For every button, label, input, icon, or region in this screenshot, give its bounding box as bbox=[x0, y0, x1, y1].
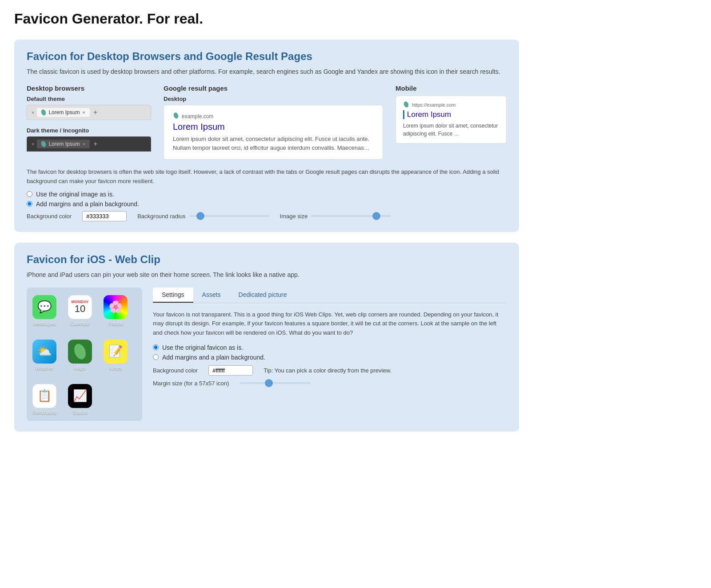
tab-add-button[interactable]: + bbox=[92, 108, 99, 116]
ios-margin-label: Margin size (for a 57x57 icon) bbox=[153, 380, 229, 387]
ios-bg-color-label: Background color bbox=[153, 367, 198, 374]
ios-app-favicon: Maps bbox=[62, 332, 98, 376]
ios-bg-color-input[interactable] bbox=[208, 365, 253, 376]
desktop-section: Favicon for Desktop Browsers and Google … bbox=[14, 40, 519, 232]
ios-app-photos: 🌸 Photos bbox=[98, 288, 133, 332]
calendar-icon: Monday 10 bbox=[68, 295, 92, 319]
ios-app-stocks: 📈 Stocks bbox=[62, 376, 98, 421]
ios-app-notes: 📝 Notes bbox=[98, 332, 133, 376]
ios-section-title: Favicon for iOS - Web Clip bbox=[27, 253, 507, 266]
ios-margin-slider[interactable] bbox=[240, 382, 311, 384]
favicon-icon bbox=[68, 340, 92, 364]
ios-app-calendar: Monday 10 Calendar bbox=[62, 288, 98, 332]
default-tab-favicon bbox=[40, 109, 47, 116]
google-url: example.com bbox=[173, 112, 374, 120]
tab-close-x[interactable]: × bbox=[31, 110, 35, 115]
favicon-label: Maps bbox=[74, 365, 86, 371]
notes-label: Notes bbox=[109, 365, 122, 371]
mobile-url: https://example.com bbox=[403, 101, 499, 108]
mobile-url-text: https://example.com bbox=[412, 102, 455, 108]
dark-tab-add-button[interactable]: + bbox=[92, 140, 99, 148]
desktop-controls: Background color Background radius Image… bbox=[27, 211, 507, 221]
ios-layout: 💬 Messages Monday 10 Calendar 🌸 Photos bbox=[27, 288, 507, 421]
ios-app-reminders: 📋 Reminders bbox=[27, 376, 62, 421]
tab-dedicated[interactable]: Dedicated picture bbox=[230, 288, 296, 303]
ios-option-margins-radio[interactable] bbox=[153, 354, 159, 360]
dark-tab-close-x[interactable]: × bbox=[31, 141, 35, 147]
mobile-snippet: Lorem ipsum dolor sit amet, consectetur … bbox=[403, 122, 499, 138]
ios-tip-text: Tip: You can pick a color directly from … bbox=[264, 367, 391, 374]
svg-point-2 bbox=[173, 112, 179, 119]
ios-app-messages: 💬 Messages bbox=[27, 288, 62, 332]
ios-section: Favicon for iOS - Web Clip iPhone and iP… bbox=[14, 243, 519, 432]
bg-radius-container: Background radius bbox=[137, 213, 269, 220]
browsers-col-label: Desktop browsers bbox=[27, 84, 151, 92]
mobile-title-text: Lorem Ipsum bbox=[407, 110, 451, 119]
option-original-radio[interactable] bbox=[27, 191, 32, 197]
ios-margin-controls: Margin size (for a 57x57 icon) bbox=[153, 380, 507, 387]
ios-option-margins-row: Add margins and a plain background. bbox=[153, 354, 507, 361]
mobile-accent-bar bbox=[403, 110, 404, 119]
ios-preview-grid: 💬 Messages Monday 10 Calendar 🌸 Photos bbox=[27, 288, 142, 421]
svg-point-3 bbox=[403, 101, 409, 108]
bg-radius-slider[interactable] bbox=[189, 215, 269, 217]
image-size-slider[interactable] bbox=[311, 215, 391, 217]
calendar-label: Calendar bbox=[70, 321, 90, 326]
messages-label: Messages bbox=[33, 321, 56, 326]
dark-tab-favicon bbox=[40, 141, 47, 147]
photos-icon: 🌸 bbox=[104, 295, 128, 319]
reminders-icon: 📋 bbox=[32, 384, 56, 408]
bg-color-label: Background color bbox=[27, 213, 72, 220]
dark-tab-item: Lorem Ipsum × bbox=[37, 140, 89, 148]
reminders-label: Reminders bbox=[32, 410, 56, 415]
messages-icon: 💬 bbox=[32, 295, 56, 319]
google-desktop-preview: example.com Lorem Ipsum Lorem ipsum dolo… bbox=[164, 105, 383, 160]
dark-tab-title: Lorem Ipsum bbox=[48, 141, 80, 147]
photos-label: Photos bbox=[108, 321, 123, 326]
google-snippet: Lorem ipsum dolor sit amet, consectetur … bbox=[173, 135, 374, 152]
default-tab-close[interactable]: × bbox=[81, 110, 86, 115]
desktop-note: The favicon for desktop browsers is ofte… bbox=[27, 168, 507, 186]
desktop-browsers-col: Desktop browsers Default theme × Lorem I… bbox=[27, 84, 151, 160]
stocks-icon: 📈 bbox=[68, 384, 92, 408]
option-original-row: Use the original image as is. bbox=[27, 191, 507, 198]
image-size-container: Image size bbox=[280, 213, 391, 220]
google-favicon bbox=[173, 112, 179, 120]
google-result-title: Lorem Ipsum bbox=[173, 122, 374, 132]
ios-option-original-label: Use the original favicon as is. bbox=[162, 344, 243, 351]
option-margins-label: Add margins and a plain background. bbox=[36, 200, 139, 208]
dark-tab-item-close[interactable]: × bbox=[81, 141, 86, 147]
mobile-label: Mobile bbox=[395, 84, 507, 92]
ios-option-original-row: Use the original favicon as is. bbox=[153, 344, 507, 351]
ios-option-original-radio[interactable] bbox=[153, 344, 159, 350]
mobile-result-title: Lorem Ipsum bbox=[403, 110, 499, 119]
bg-radius-label: Background radius bbox=[137, 213, 185, 220]
svg-point-4 bbox=[72, 344, 88, 360]
ios-app-weather: ⛅ Weather bbox=[27, 332, 62, 376]
tab-settings[interactable]: Settings bbox=[153, 288, 193, 303]
tab-assets[interactable]: Assets bbox=[193, 288, 230, 303]
ios-section-desc: iPhone and iPad users can pin your web s… bbox=[27, 270, 507, 280]
option-margins-radio[interactable] bbox=[27, 201, 32, 207]
desktop-section-desc: The classic favicon is used by desktop b… bbox=[27, 67, 507, 76]
notes-icon: 📝 bbox=[104, 340, 128, 364]
default-theme-label: Default theme bbox=[27, 96, 151, 102]
default-tab-item: Lorem Ipsum × bbox=[37, 108, 89, 117]
desktop-section-title: Favicon for Desktop Browsers and Google … bbox=[27, 50, 507, 63]
page-title: Favicon Generator. For real. bbox=[14, 11, 519, 27]
dark-theme-label: Dark theme / Incognito bbox=[27, 127, 151, 134]
ios-option-margins-label: Add margins and a plain background. bbox=[162, 354, 265, 361]
bg-color-input[interactable] bbox=[82, 211, 127, 221]
ios-tab-bar: Settings Assets Dedicated picture bbox=[153, 288, 507, 303]
svg-point-0 bbox=[40, 109, 47, 116]
desktop-layout: Desktop browsers Default theme × Lorem I… bbox=[27, 84, 507, 160]
stocks-label: Stocks bbox=[72, 410, 87, 415]
option-original-label: Use the original image as is. bbox=[36, 191, 114, 198]
mobile-col: Mobile https://example.com Lorem Ipsum L… bbox=[395, 84, 507, 160]
google-col-label: Google result pages bbox=[164, 84, 383, 92]
desktop-label: Desktop bbox=[164, 96, 383, 102]
image-size-label: Image size bbox=[280, 213, 308, 220]
google-result-col: Google result pages Desktop example.com … bbox=[164, 84, 383, 160]
ios-settings-panel: Settings Assets Dedicated picture Your f… bbox=[153, 288, 507, 387]
weather-label: Weather bbox=[35, 365, 53, 371]
